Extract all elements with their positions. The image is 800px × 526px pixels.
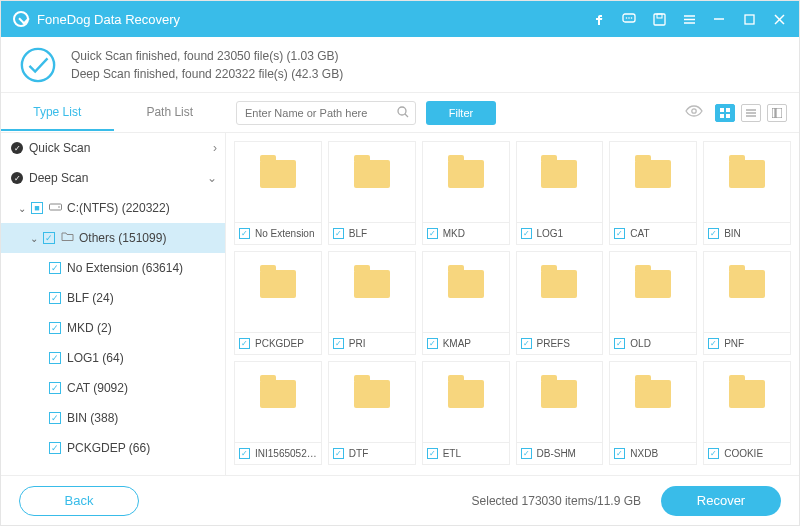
checkbox-icon[interactable]: ✓ bbox=[333, 228, 344, 239]
checkbox-icon[interactable]: ✓ bbox=[333, 448, 344, 459]
item-label: ETL bbox=[443, 448, 505, 459]
view-grid-button[interactable] bbox=[715, 104, 735, 122]
checkbox-icon[interactable]: ✓ bbox=[708, 448, 719, 459]
search-input[interactable] bbox=[236, 101, 416, 125]
checkbox-icon[interactable]: ✓ bbox=[49, 262, 61, 274]
folder-item[interactable]: ✓NXDB bbox=[609, 361, 697, 465]
menu-icon[interactable] bbox=[681, 11, 697, 27]
svg-point-3 bbox=[631, 17, 633, 19]
checkbox-icon[interactable]: ✓ bbox=[333, 338, 344, 349]
checkbox-icon[interactable]: ✓ bbox=[521, 338, 532, 349]
checkbox-icon[interactable]: ✓ bbox=[49, 382, 61, 394]
item-label: PREFS bbox=[537, 338, 599, 349]
checkbox-icon[interactable]: ✓ bbox=[614, 448, 625, 459]
checkbox-icon[interactable]: ✓ bbox=[521, 228, 532, 239]
checkbox-icon[interactable]: ✓ bbox=[427, 338, 438, 349]
folder-item[interactable]: ✓PRI bbox=[328, 251, 416, 355]
folder-icon bbox=[448, 380, 484, 408]
tree-others[interactable]: ⌄ ✓ Others (151099) bbox=[1, 223, 225, 253]
svg-line-15 bbox=[405, 114, 408, 117]
tab-path-list[interactable]: Path List bbox=[114, 95, 227, 131]
item-label: LOG1 bbox=[537, 228, 599, 239]
scan-status: Quick Scan finished, found 23050 file(s)… bbox=[1, 37, 799, 93]
checkbox-icon[interactable]: ✓ bbox=[239, 228, 250, 239]
item-label: PCKGDEP bbox=[255, 338, 317, 349]
folder-item[interactable]: ✓KMAP bbox=[422, 251, 510, 355]
view-list-button[interactable] bbox=[741, 104, 761, 122]
tree-drive[interactable]: ⌄ ■ C:(NTFS) (220322) bbox=[1, 193, 225, 223]
checkbox-icon[interactable]: ✓ bbox=[521, 448, 532, 459]
folder-item[interactable]: ✓DTF bbox=[328, 361, 416, 465]
checkbox-icon[interactable]: ✓ bbox=[614, 228, 625, 239]
back-button[interactable]: Back bbox=[19, 486, 139, 516]
filter-button[interactable]: Filter bbox=[426, 101, 496, 125]
item-label: BLF bbox=[349, 228, 411, 239]
checkbox-icon[interactable]: ✓ bbox=[708, 338, 719, 349]
folder-item[interactable]: ✓PCKGDEP bbox=[234, 251, 322, 355]
item-label: PNF bbox=[724, 338, 786, 349]
tree-leaf[interactable]: ✓LOG1 (64) bbox=[1, 343, 225, 373]
folder-icon bbox=[729, 160, 765, 188]
folder-icon bbox=[541, 160, 577, 188]
folder-item[interactable]: ✓COOKIE bbox=[703, 361, 791, 465]
checkbox-icon[interactable]: ✓ bbox=[49, 412, 61, 424]
checkbox-icon[interactable]: ✓ bbox=[49, 322, 61, 334]
preview-icon[interactable] bbox=[685, 104, 703, 122]
folder-item[interactable]: ✓MKD bbox=[422, 141, 510, 245]
item-label: BIN bbox=[724, 228, 786, 239]
tree-leaf[interactable]: ✓BIN (388) bbox=[1, 403, 225, 433]
chevron-down-icon: ⌄ bbox=[15, 203, 29, 214]
folder-item[interactable]: ✓PREFS bbox=[516, 251, 604, 355]
app-title: FoneDog Data Recovery bbox=[37, 12, 591, 27]
tree-leaf[interactable]: ✓PCKGDEP (66) bbox=[1, 433, 225, 463]
checkbox-icon[interactable]: ✓ bbox=[614, 338, 625, 349]
tree-deep-scan[interactable]: ✓ Deep Scan ⌄ bbox=[1, 163, 225, 193]
checkbox-icon[interactable]: ✓ bbox=[239, 448, 250, 459]
checkbox-icon[interactable]: ✓ bbox=[427, 228, 438, 239]
close-button[interactable] bbox=[771, 11, 787, 27]
tree-leaf[interactable]: ✓No Extension (63614) bbox=[1, 253, 225, 283]
folder-item[interactable]: ✓BLF bbox=[328, 141, 416, 245]
folder-item[interactable]: ✓CAT bbox=[609, 141, 697, 245]
folder-item[interactable]: ✓No Extension bbox=[234, 141, 322, 245]
folder-item[interactable]: ✓PNF bbox=[703, 251, 791, 355]
disk-icon bbox=[49, 201, 62, 215]
tab-type-list[interactable]: Type List bbox=[1, 95, 114, 131]
folder-icon bbox=[354, 160, 390, 188]
feedback-icon[interactable] bbox=[621, 11, 637, 27]
checkbox-icon[interactable]: ✓ bbox=[49, 442, 61, 454]
tree-leaf[interactable]: ✓CAT (9092) bbox=[1, 373, 225, 403]
folder-item[interactable]: ✓ETL bbox=[422, 361, 510, 465]
checkbox-icon[interactable]: ✓ bbox=[708, 228, 719, 239]
checkbox-icon[interactable]: ✓ bbox=[427, 448, 438, 459]
search-icon[interactable] bbox=[396, 105, 410, 123]
folder-item[interactable]: ✓DB-SHM bbox=[516, 361, 604, 465]
folder-icon bbox=[260, 380, 296, 408]
maximize-button[interactable] bbox=[741, 11, 757, 27]
tree-leaf[interactable]: ✓MKD (2) bbox=[1, 313, 225, 343]
chevron-down-icon: ⌄ bbox=[27, 233, 41, 244]
item-label: KMAP bbox=[443, 338, 505, 349]
svg-point-14 bbox=[398, 107, 406, 115]
chevron-down-icon: ⌄ bbox=[207, 171, 217, 185]
minimize-button[interactable] bbox=[711, 11, 727, 27]
folder-item[interactable]: ✓INI1565052569 bbox=[234, 361, 322, 465]
file-grid: ✓No Extension✓BLF✓MKD✓LOG1✓CAT✓BIN✓PCKGD… bbox=[226, 133, 799, 475]
folder-item[interactable]: ✓LOG1 bbox=[516, 141, 604, 245]
checkbox-icon[interactable]: ✓ bbox=[49, 292, 61, 304]
sidebar-tree: ✓ Quick Scan › ✓ Deep Scan ⌄ ⌄ ■ C:(NTFS… bbox=[1, 133, 226, 475]
view-detail-button[interactable] bbox=[767, 104, 787, 122]
folder-icon bbox=[541, 270, 577, 298]
save-icon[interactable] bbox=[651, 11, 667, 27]
checkbox-icon[interactable]: ✓ bbox=[49, 352, 61, 364]
folder-item[interactable]: ✓OLD bbox=[609, 251, 697, 355]
facebook-icon[interactable] bbox=[591, 11, 607, 27]
checkbox-icon[interactable]: ✓ bbox=[239, 338, 250, 349]
checkbox-icon[interactable]: ■ bbox=[31, 202, 43, 214]
checkbox-icon[interactable]: ✓ bbox=[43, 232, 55, 244]
tree-leaf[interactable]: ✓BLF (24) bbox=[1, 283, 225, 313]
tree-quick-scan[interactable]: ✓ Quick Scan › bbox=[1, 133, 225, 163]
folder-item[interactable]: ✓BIN bbox=[703, 141, 791, 245]
folder-icon bbox=[260, 160, 296, 188]
recover-button[interactable]: Recover bbox=[661, 486, 781, 516]
